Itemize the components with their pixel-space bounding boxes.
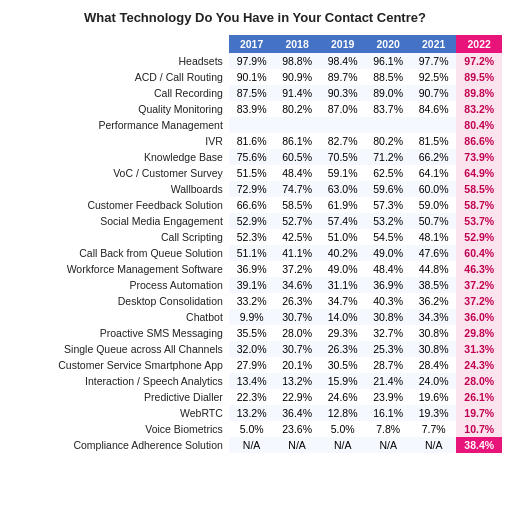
cell-value: 7.7% [411, 421, 457, 437]
cell-value: N/A [320, 437, 366, 453]
cell-value: 36.9% [229, 261, 275, 277]
cell-value: 20.1% [274, 357, 320, 373]
cell-value: 59.0% [411, 197, 457, 213]
cell-value: 30.8% [411, 325, 457, 341]
header-2022: 2022 [456, 35, 502, 53]
cell-value: 34.6% [274, 277, 320, 293]
cell-value: 5.0% [229, 421, 275, 437]
cell-value: 22.9% [274, 389, 320, 405]
cell-value: 51.1% [229, 245, 275, 261]
cell-value [411, 117, 457, 133]
cell-value: 52.9% [229, 213, 275, 229]
cell-value: 38.4% [456, 437, 502, 453]
cell-value: 61.9% [320, 197, 366, 213]
cell-value: 32.0% [229, 341, 275, 357]
cell-value: 75.6% [229, 149, 275, 165]
cell-value: 40.2% [320, 245, 366, 261]
row-label: Process Automation [8, 277, 229, 293]
cell-value: 36.9% [365, 277, 411, 293]
cell-value: N/A [365, 437, 411, 453]
cell-value: 86.1% [274, 133, 320, 149]
cell-value: 37.2% [456, 277, 502, 293]
cell-value: 97.2% [456, 53, 502, 69]
cell-value: 83.9% [229, 101, 275, 117]
row-label: IVR [8, 133, 229, 149]
cell-value: 19.3% [411, 405, 457, 421]
row-label: WebRTC [8, 405, 229, 421]
cell-value: 29.8% [456, 325, 502, 341]
cell-value: 36.2% [411, 293, 457, 309]
cell-value: 89.7% [320, 69, 366, 85]
cell-value: 10.7% [456, 421, 502, 437]
cell-value: 36.0% [456, 309, 502, 325]
cell-value: 26.3% [274, 293, 320, 309]
cell-value: 87.0% [320, 101, 366, 117]
cell-value: 19.7% [456, 405, 502, 421]
cell-value: 23.6% [274, 421, 320, 437]
cell-value: 57.3% [365, 197, 411, 213]
row-label: Quality Monitoring [8, 101, 229, 117]
cell-value: 48.4% [274, 165, 320, 181]
cell-value [320, 117, 366, 133]
cell-value: 52.7% [274, 213, 320, 229]
cell-value: 7.8% [365, 421, 411, 437]
cell-value: 59.6% [365, 181, 411, 197]
cell-value: 82.7% [320, 133, 366, 149]
cell-value: 21.4% [365, 373, 411, 389]
cell-value: 30.8% [411, 341, 457, 357]
header-2017: 2017 [229, 35, 275, 53]
table-row: ACD / Call Routing90.1%90.9%89.7%88.5%92… [8, 69, 502, 85]
row-label: Knowledge Base [8, 149, 229, 165]
cell-value: 48.1% [411, 229, 457, 245]
cell-value: 90.7% [411, 85, 457, 101]
table-row: Desktop Consolidation33.2%26.3%34.7%40.3… [8, 293, 502, 309]
cell-value: 53.7% [456, 213, 502, 229]
cell-value: 5.0% [320, 421, 366, 437]
cell-value: 13.4% [229, 373, 275, 389]
row-label: Compliance Adherence Solution [8, 437, 229, 453]
cell-value: 40.3% [365, 293, 411, 309]
cell-value: 39.1% [229, 277, 275, 293]
cell-value: 91.4% [274, 85, 320, 101]
cell-value: 32.7% [365, 325, 411, 341]
row-label: Call Recording [8, 85, 229, 101]
cell-value: 90.1% [229, 69, 275, 85]
cell-value: 50.7% [411, 213, 457, 229]
row-label: Proactive SMS Messaging [8, 325, 229, 341]
cell-value: 16.1% [365, 405, 411, 421]
cell-value: 97.9% [229, 53, 275, 69]
cell-value: 12.8% [320, 405, 366, 421]
cell-value: 89.8% [456, 85, 502, 101]
table-row: Customer Service Smartphone App27.9%20.1… [8, 357, 502, 373]
table-row: Process Automation39.1%34.6%31.1%36.9%38… [8, 277, 502, 293]
cell-value: 98.4% [320, 53, 366, 69]
cell-value [229, 117, 275, 133]
cell-value: 52.9% [456, 229, 502, 245]
table-row: Quality Monitoring83.9%80.2%87.0%83.7%84… [8, 101, 502, 117]
cell-value: 58.5% [456, 181, 502, 197]
row-label: Customer Feedback Solution [8, 197, 229, 213]
cell-value: 13.2% [229, 405, 275, 421]
cell-value: 90.9% [274, 69, 320, 85]
cell-value: 92.5% [411, 69, 457, 85]
cell-value: 28.0% [456, 373, 502, 389]
cell-value: 49.0% [320, 261, 366, 277]
cell-value: 57.4% [320, 213, 366, 229]
cell-value: 30.7% [274, 341, 320, 357]
row-label: VoC / Customer Survey [8, 165, 229, 181]
table-row: Single Queue across All Channels32.0%30.… [8, 341, 502, 357]
cell-value: 49.0% [365, 245, 411, 261]
cell-value: 28.0% [274, 325, 320, 341]
cell-value: 36.4% [274, 405, 320, 421]
cell-value: 81.5% [411, 133, 457, 149]
row-label: Workforce Management Software [8, 261, 229, 277]
data-table: 2017 2018 2019 2020 2021 2022 Headsets97… [8, 35, 502, 453]
table-row: Performance Management80.4% [8, 117, 502, 133]
cell-value: 64.1% [411, 165, 457, 181]
table-row: Call Back from Queue Solution51.1%41.1%4… [8, 245, 502, 261]
table-row: Headsets97.9%98.8%98.4%96.1%97.7%97.2% [8, 53, 502, 69]
header-2019: 2019 [320, 35, 366, 53]
cell-value: 30.7% [274, 309, 320, 325]
cell-value: 13.2% [274, 373, 320, 389]
table-row: Voice Biometrics5.0%23.6%5.0%7.8%7.7%10.… [8, 421, 502, 437]
